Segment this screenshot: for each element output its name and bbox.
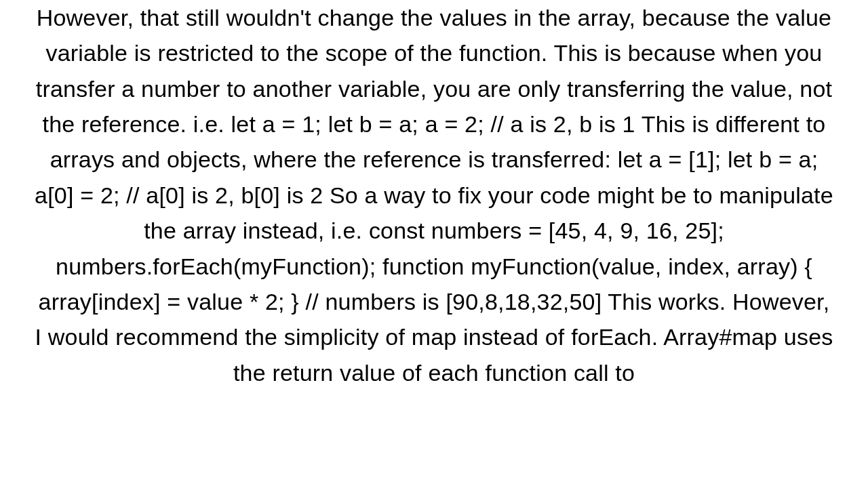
body-paragraph: However, that still wouldn't change the …: [34, 0, 834, 390]
document-page: However, that still wouldn't change the …: [0, 0, 868, 488]
